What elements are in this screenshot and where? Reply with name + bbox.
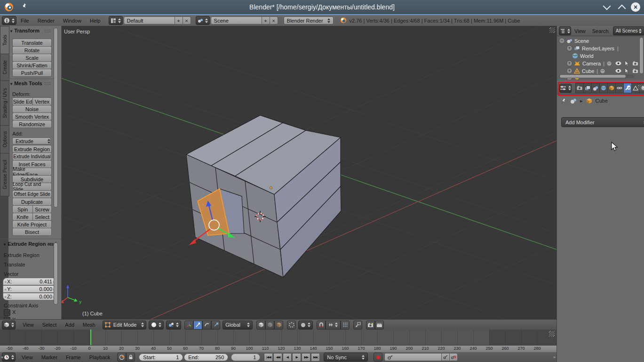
outliner-row-world[interactable]: World xyxy=(572,52,594,59)
menu-outliner-search[interactable]: Search xyxy=(589,28,612,34)
auto-keyframe-toggle[interactable] xyxy=(374,353,382,362)
render-restrict-icon[interactable] xyxy=(632,61,638,66)
tool-shelf-scrollbar[interactable] xyxy=(54,28,58,208)
add-modifier-select[interactable]: Add Modifier xyxy=(561,117,644,127)
viewport-3d[interactable]: y x User Persp (1) Cube Tools Create Sha… xyxy=(0,26,557,330)
menu-view[interactable]: View xyxy=(18,322,38,328)
outliner-row-camera[interactable]: + Camera | xyxy=(566,60,612,67)
active-vertex-dot[interactable] xyxy=(270,187,272,189)
vector-z-slider[interactable]: Z:0.000 xyxy=(3,293,56,300)
menu-window[interactable]: Window xyxy=(59,18,86,24)
pin-icon[interactable] xyxy=(561,97,567,104)
outliner-row-renderlayers[interactable]: + RenderLayers | xyxy=(566,45,619,52)
button-duplicate[interactable]: Duplicate xyxy=(12,198,52,206)
button-screw[interactable]: Screw xyxy=(32,205,52,213)
timeline-ruler[interactable]: -50-40-30-20-100102030405060708090100110… xyxy=(0,345,557,353)
panel-grip[interactable] xyxy=(47,242,54,246)
proportional-edit-toggle[interactable] xyxy=(287,321,296,330)
scene-name-field[interactable]: Scene xyxy=(211,16,262,24)
tab-create[interactable]: Create xyxy=(0,54,9,81)
manipulator-translate-button[interactable] xyxy=(193,321,202,330)
editor-type-button-info[interactable] xyxy=(2,16,16,25)
menu-outliner-view[interactable]: View xyxy=(571,28,589,34)
menu-tl-playback[interactable]: Playback xyxy=(85,354,115,360)
jump-to-start-button[interactable]: |◀◀ xyxy=(264,353,273,362)
tab-render-layers[interactable] xyxy=(583,83,591,93)
close-button[interactable]: × xyxy=(631,2,640,12)
menu-mesh[interactable]: Mesh xyxy=(79,322,100,328)
scene-icon-button[interactable] xyxy=(196,16,210,25)
menu-tl-frame[interactable]: Frame xyxy=(62,354,85,360)
button-knife[interactable]: Knife xyxy=(12,213,33,221)
snap-peel-button[interactable] xyxy=(353,321,362,330)
operator-panel-scrollbar[interactable] xyxy=(54,242,58,305)
render-engine-select[interactable]: Blender Render xyxy=(284,16,334,24)
menu-help[interactable]: Help xyxy=(86,18,105,24)
manipulator-scale-button[interactable] xyxy=(211,321,220,330)
outliner-row-scene[interactable]: − Scene xyxy=(559,37,589,44)
collapse-icon[interactable]: − xyxy=(559,38,565,44)
button-push-pull[interactable]: Push/Pull xyxy=(12,69,52,77)
panel-header-transform[interactable]: Transform xyxy=(9,28,40,33)
cursor-arrow-icon[interactable] xyxy=(625,61,629,66)
snap-toggle[interactable] xyxy=(317,321,326,330)
button-slide-vertex[interactable]: Vertex xyxy=(32,97,52,105)
button-slide-edge[interactable]: Slide Ed xyxy=(12,97,33,105)
play-button[interactable]: ▶ xyxy=(292,353,301,362)
outliner-hscrollbar-track[interactable] xyxy=(559,74,634,78)
lock-time-cursor-toggle[interactable] xyxy=(126,353,135,362)
expand-icon[interactable]: + xyxy=(566,68,572,74)
button-rotate[interactable]: Rotate xyxy=(12,46,52,54)
select-visible-vertices-toggle[interactable] xyxy=(256,321,265,330)
button-knife-select[interactable]: Select xyxy=(32,213,52,221)
snap-target-button[interactable] xyxy=(341,321,350,330)
tab-options[interactable]: Options xyxy=(0,125,9,153)
editor-type-button-3dview[interactable] xyxy=(2,321,16,330)
vector-x-slider[interactable]: X:0.411 xyxy=(3,278,56,285)
vector-y-slider[interactable]: Y:0.000 xyxy=(3,285,56,293)
editor-type-button-properties[interactable] xyxy=(559,84,572,93)
tab-grease-pencil[interactable]: Grease Pencil xyxy=(0,153,9,196)
manipulator-toggle[interactable] xyxy=(184,321,193,330)
button-offset-edge-slide[interactable]: Offset Edge Slide xyxy=(12,190,52,198)
render-opengl-anim-button[interactable] xyxy=(375,321,384,330)
add-scene-button[interactable]: + xyxy=(262,16,270,24)
corner-resize-grip[interactable] xyxy=(638,85,644,90)
button-knife-project[interactable]: Knife Project xyxy=(12,220,52,228)
outliner-row-cube[interactable]: + Cube | xyxy=(566,67,605,74)
outliner-filter-select[interactable]: All Scenes xyxy=(613,26,644,35)
button-make-edge-face[interactable]: Make Edge/Face xyxy=(12,168,52,176)
button-bisect[interactable]: Bisect xyxy=(12,228,52,236)
proportional-falloff-select[interactable] xyxy=(298,321,313,330)
menu-file[interactable]: File xyxy=(16,18,33,24)
button-extrude-region[interactable]: Extrude Region xyxy=(12,145,52,153)
viewport-3d-scene[interactable]: y x xyxy=(0,26,557,330)
select-occlude-toggle[interactable] xyxy=(265,321,274,330)
editor-type-button-timeline[interactable] xyxy=(2,353,16,362)
extrude-mode-select[interactable]: Extrude xyxy=(12,137,51,145)
tab-object[interactable] xyxy=(607,83,615,93)
menu-render[interactable]: Render xyxy=(33,18,59,24)
eye-icon[interactable] xyxy=(615,69,621,73)
scene-breadcrumb-icon[interactable] xyxy=(570,98,577,104)
menu-tl-view[interactable]: View xyxy=(17,354,37,360)
tab-modifiers[interactable] xyxy=(623,83,631,93)
button-scale[interactable]: Scale xyxy=(12,54,52,62)
screen-layout-icon-button[interactable] xyxy=(109,16,123,25)
add-layout-button[interactable]: + xyxy=(175,16,183,24)
screen-layout-field[interactable]: Default xyxy=(124,16,175,24)
panel-grip[interactable] xyxy=(44,82,51,86)
button-translate[interactable]: Translate xyxy=(12,39,52,47)
button-extrude-individual[interactable]: Extrude Individual xyxy=(12,153,52,161)
editor-type-button-outliner[interactable] xyxy=(559,26,571,35)
eye-icon[interactable] xyxy=(615,61,621,65)
manipulator-rotate-button[interactable] xyxy=(202,321,211,330)
timeline-track[interactable] xyxy=(0,330,557,345)
menu-tl-marker[interactable]: Marker xyxy=(37,354,62,360)
expand-icon[interactable]: + xyxy=(566,60,572,66)
frame-end-field[interactable]: End:250 xyxy=(184,354,228,361)
render-opengl-button[interactable] xyxy=(366,321,375,330)
sync-mode-select[interactable]: No Sync xyxy=(324,353,368,362)
jump-to-end-button[interactable]: ▶▶| xyxy=(311,353,320,362)
tab-tools[interactable]: Tools xyxy=(0,26,9,54)
